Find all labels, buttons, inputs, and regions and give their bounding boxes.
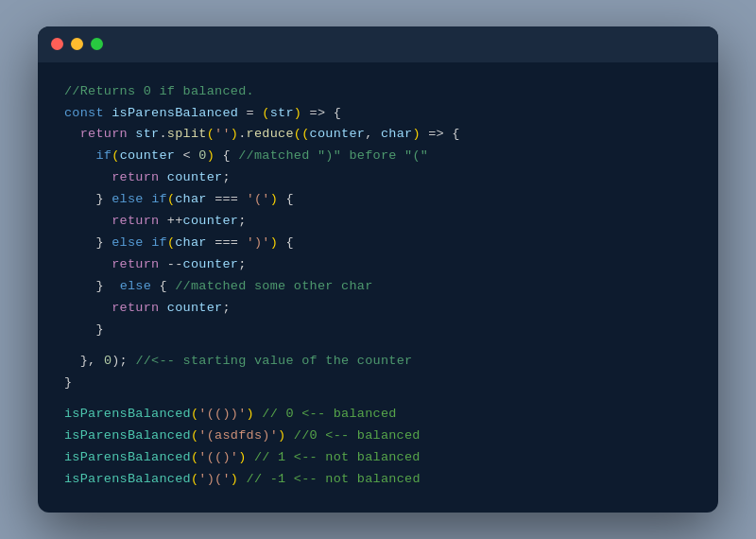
code-call-4: isParensBalanced(')(') // -1 <-- not bal… <box>64 469 692 491</box>
close-button[interactable] <box>51 38 63 50</box>
code-line-2: return str.split('').reduce((counter, ch… <box>64 124 692 146</box>
code-line-7: } else if(char === ')') { <box>64 233 692 254</box>
maximize-button[interactable] <box>91 38 103 50</box>
code-line-5: } else if(char === '(') { <box>64 189 692 211</box>
code-line-1: const isParensBalanced = (str) => { <box>64 103 692 125</box>
code-line-13: } <box>64 373 692 394</box>
code-line-3: if(counter < 0) { //matched ")" before "… <box>64 146 692 167</box>
code-call-1: isParensBalanced('(())') // 0 <-- balanc… <box>64 404 692 426</box>
code-line-10: return counter; <box>64 298 692 320</box>
code-line-8: return --counter; <box>64 254 692 276</box>
code-line-comment1: //Returns 0 if balanced. <box>64 81 692 103</box>
code-call-3: isParensBalanced('(()') // 1 <-- not bal… <box>64 447 692 469</box>
code-line-12: }, 0); //<-- starting value of the count… <box>64 351 692 373</box>
code-window: //Returns 0 if balanced. const isParensB… <box>38 26 718 513</box>
code-line-6: return ++counter; <box>64 211 692 233</box>
code-line-9: } else { //matched some other char <box>64 276 692 298</box>
code-editor: //Returns 0 if balanced. const isParensB… <box>38 62 718 513</box>
minimize-button[interactable] <box>71 38 83 50</box>
code-call-2: isParensBalanced('(asdfds)') //0 <-- bal… <box>64 426 692 447</box>
code-line-4: return counter; <box>64 167 692 189</box>
code-line-11: } <box>64 320 692 341</box>
titlebar <box>38 26 718 62</box>
